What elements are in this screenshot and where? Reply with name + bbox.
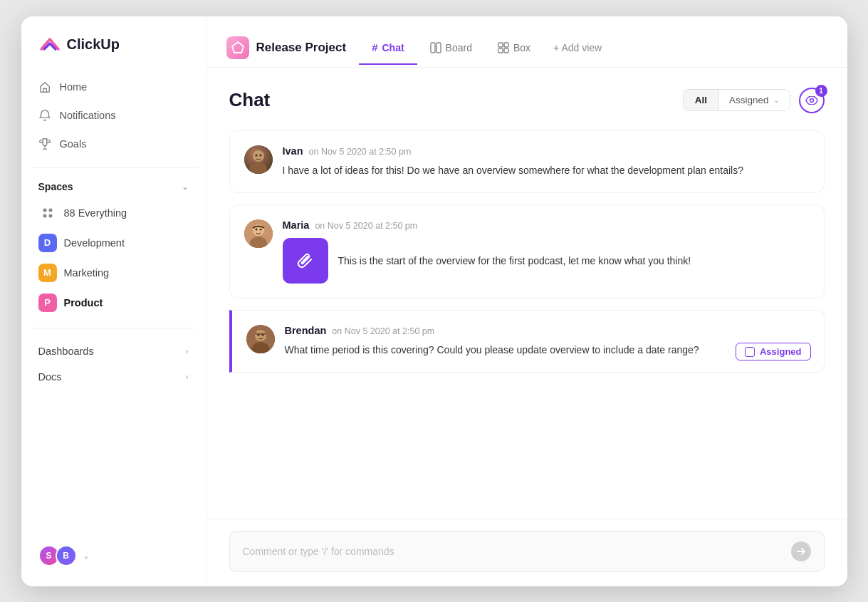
docs-label: Docs (38, 371, 62, 383)
project-icon (226, 36, 249, 59)
svg-point-22 (255, 330, 266, 341)
board-tab-label: Board (446, 42, 472, 53)
sidebar-item-dashboards[interactable]: Dashboards › (21, 338, 206, 364)
sidebar-item-product[interactable]: P Product (21, 288, 206, 318)
msg-2-header: Maria on Nov 5 2020 at 2:50 pm (283, 219, 810, 231)
tab-chat[interactable]: # Chat (359, 31, 417, 65)
sidebar-divider-2 (30, 328, 197, 328)
msg-3-time: on Nov 5 2020 at 2:50 pm (332, 326, 434, 336)
tab-board[interactable]: Board (417, 32, 485, 65)
app-container: ClickUp Home Notifications (21, 16, 847, 586)
comment-placeholder: Comment or type '/' for commands (243, 546, 791, 557)
topbar-tabs: # Chat Board (359, 29, 612, 67)
box-icon (498, 42, 509, 53)
svg-rect-6 (436, 43, 441, 53)
svg-rect-8 (504, 43, 508, 47)
user-avatar-b: B (56, 545, 77, 566)
development-badge: D (38, 234, 57, 252)
tab-box[interactable]: Box (485, 32, 543, 65)
ivan-avatar (244, 145, 273, 174)
svg-point-3 (48, 214, 52, 217)
spaces-title: Spaces (38, 181, 73, 192)
chat-tab-hash: # (372, 41, 377, 53)
dashboards-chevron-icon: › (185, 346, 188, 356)
svg-point-19 (255, 228, 257, 230)
eye-icon (805, 96, 818, 105)
filter-assigned-label: Assigned (729, 95, 769, 105)
chat-tab-label: Chat (382, 42, 404, 53)
sidebar-logo: ClickUp (21, 33, 206, 73)
topbar: Release Project # Chat Board (206, 16, 847, 68)
msg-2-text: This is the start of the overview for th… (338, 253, 691, 269)
add-view-button[interactable]: + Add view (543, 32, 612, 63)
msg-1-body: Ivan on Nov 5 2020 at 2:50 pm I have a l… (283, 145, 810, 178)
footer-chevron-icon[interactable]: ⌄ (83, 551, 90, 561)
paperclip-icon (296, 251, 315, 271)
dashboards-label: Dashboards (38, 346, 94, 357)
marketing-label: Marketing (64, 267, 110, 279)
product-label: Product (64, 297, 103, 308)
svg-point-1 (48, 208, 52, 212)
spaces-chevron-icon[interactable]: ⌄ (182, 182, 189, 192)
logo-text: ClickUp (67, 36, 120, 53)
sidebar-item-home[interactable]: Home (30, 73, 197, 100)
sidebar-nav: Home Notifications Goals (21, 73, 206, 157)
assign-button[interactable]: Assigned (736, 343, 811, 360)
svg-point-20 (259, 228, 261, 230)
msg-3-author: Brendan (285, 325, 327, 336)
sidebar-item-marketing[interactable]: M Marketing (21, 258, 206, 288)
svg-rect-7 (498, 43, 503, 47)
sidebar-item-docs[interactable]: Docs › (21, 364, 206, 390)
main-panel: Release Project # Chat Board (206, 16, 847, 586)
maria-avatar (244, 219, 273, 248)
assigned-chevron-icon: ⌄ (773, 95, 780, 105)
msg-1-time: on Nov 5 2020 at 2:50 pm (309, 147, 412, 157)
bell-icon (38, 109, 51, 122)
user-avatars: S B (38, 545, 77, 566)
msg-1-author: Ivan (283, 145, 303, 157)
board-icon (430, 42, 441, 53)
project-title: Release Project (256, 41, 347, 55)
sidebar-footer: S B ⌄ (21, 536, 206, 575)
sidebar-item-everything[interactable]: 88 Everything (21, 198, 206, 228)
filter-group: All Assigned ⌄ (683, 89, 790, 111)
header-right: All Assigned ⌄ 1 (683, 88, 825, 113)
docs-chevron-icon: › (185, 371, 188, 382)
comment-input-box[interactable]: Comment or type '/' for commands (229, 531, 825, 572)
sidebar-item-development[interactable]: D Development (21, 228, 206, 258)
chat-list: Ivan on Nov 5 2020 at 2:50 pm I have a l… (229, 130, 825, 519)
msg-2-time: on Nov 5 2020 at 2:50 pm (315, 221, 417, 231)
add-view-label: + Add view (553, 42, 602, 53)
sidebar-item-notifications[interactable]: Notifications (30, 102, 197, 129)
msg-3-text: What time period is this covering? Could… (285, 342, 810, 358)
svg-rect-9 (498, 48, 503, 53)
svg-point-13 (250, 162, 267, 174)
filter-assigned-button[interactable]: Assigned ⌄ (718, 90, 790, 110)
svg-rect-26 (255, 333, 266, 335)
content-area: Chat All Assigned ⌄ 1 (206, 68, 847, 519)
brendan-avatar (246, 325, 275, 353)
msg-3-header: Brendan on Nov 5 2020 at 2:50 pm (285, 325, 810, 336)
spaces-header: Spaces ⌄ (21, 178, 206, 198)
send-arrow-icon (796, 546, 806, 556)
notifications-label: Notifications (60, 110, 116, 121)
msg-2-body: Maria on Nov 5 2020 at 2:50 pm This is t… (283, 219, 810, 284)
svg-rect-10 (504, 48, 508, 53)
marketing-badge: M (38, 264, 57, 282)
goals-label: Goals (60, 138, 87, 150)
filter-all-button[interactable]: All (684, 90, 718, 110)
sidebar-divider-1 (30, 167, 197, 168)
clickup-logo-icon (38, 33, 61, 56)
send-icon[interactable] (791, 541, 811, 561)
chat-message-2: Maria on Nov 5 2020 at 2:50 pm This is t… (229, 204, 825, 299)
svg-point-2 (43, 214, 46, 217)
svg-marker-4 (232, 42, 244, 53)
box-tab-label: Box (513, 42, 530, 53)
attachment-icon[interactable] (283, 238, 328, 284)
msg-2-author: Maria (283, 219, 310, 231)
everything-icon (38, 204, 57, 222)
sidebar-item-goals[interactable]: Goals (30, 130, 197, 157)
eye-badge-button[interactable]: 1 (799, 88, 825, 113)
assign-checkbox-icon (745, 347, 755, 357)
development-label: Development (64, 237, 125, 249)
